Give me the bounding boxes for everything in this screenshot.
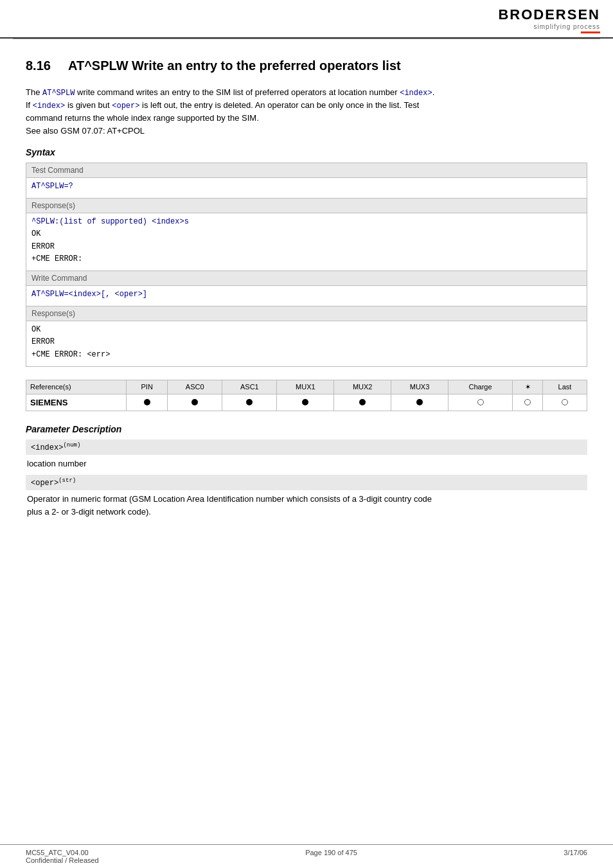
dot-filled-pin — [144, 399, 150, 405]
ref-col-last: Last — [542, 380, 587, 394]
test-command-header-row: Test Command — [26, 163, 587, 178]
footer-date: 3/17/06 — [564, 849, 587, 864]
ref-row-special — [513, 394, 543, 411]
section-number: 8.16 — [26, 58, 51, 73]
ref-row-mux3 — [391, 394, 449, 411]
write-command-label: Write Command — [26, 270, 587, 285]
syntax-heading: Syntax — [26, 147, 587, 157]
ref-row-mux1 — [277, 394, 334, 411]
param-index-box: <index>(num) — [26, 439, 587, 455]
dot-empty-last — [562, 399, 568, 405]
dot-empty-charge — [477, 399, 484, 405]
dot-filled-asc1 — [246, 399, 253, 405]
logo-bar — [581, 31, 600, 33]
test-command-label: Test Command — [26, 163, 587, 178]
param-heading: Parameter Description — [26, 424, 587, 434]
write-command-header-row: Write Command — [26, 270, 587, 285]
test-command-content: AT^SPLW=? — [26, 178, 587, 199]
dot-filled-mux1 — [302, 399, 308, 405]
dot-filled-asc0 — [191, 399, 198, 405]
reference-table: Reference(s) PIN ASC0 ASC1 MUX1 MUX2 MUX… — [26, 380, 587, 411]
footer-left: MC55_ATC_V04.00 Confidential / Released — [26, 849, 99, 864]
write-response-header-row: Response(s) — [26, 306, 587, 321]
test-command-text: AT^SPLW=? — [31, 182, 73, 191]
test-response-row: ^SPLW:(list of supported) <index>s OK ER… — [26, 213, 587, 271]
section-title: AT^SPLW Write an entry to the preferred … — [68, 58, 401, 73]
dot-filled-mux3 — [416, 399, 423, 405]
ref-col-mux3: MUX3 — [391, 380, 449, 394]
inline-code-oper1: <oper> — [112, 102, 139, 111]
intro-paragraph: The AT^SPLW write command writes an entr… — [26, 86, 587, 137]
write-command-text: AT^SPLW=<index>[, <oper>] — [31, 290, 147, 299]
section-heading: 8.16 AT^SPLW Write an entry to the prefe… — [26, 58, 587, 73]
test-response-content: ^SPLW:(list of supported) <index>s OK ER… — [26, 213, 587, 271]
ref-table-header-row: Reference(s) PIN ASC0 ASC1 MUX1 MUX2 MUX… — [26, 380, 587, 394]
ref-col-pin: PIN — [127, 380, 168, 394]
main-content: 8.16 AT^SPLW Write an entry to the prefe… — [0, 39, 613, 549]
write-response-label: Response(s) — [26, 306, 587, 321]
logo-tagline: simplifying process — [534, 23, 600, 30]
logo-text: BRODERSEN — [498, 6, 600, 23]
ref-col-mux1: MUX1 — [277, 380, 334, 394]
param-index-desc: location number — [26, 457, 587, 470]
footer-page: Page 190 of 475 — [305, 849, 357, 856]
test-response-splw: ^SPLW:(list of supported) <index>s — [31, 217, 189, 226]
write-response-row: OK ERROR +CME ERROR: <err> — [26, 321, 587, 367]
ref-col-charge: Charge — [448, 380, 512, 394]
param-oper-desc: Operator in numeric format (GSM Location… — [26, 493, 587, 518]
param-index-name: <index> — [31, 443, 63, 452]
ref-col-asc0: ASC0 — [168, 380, 222, 394]
ref-row-charge — [448, 394, 512, 411]
ref-col-asc1: ASC1 — [222, 380, 277, 394]
write-command-row: AT^SPLW=<index>[, <oper>] — [26, 285, 587, 306]
param-oper-name: <oper> — [31, 479, 58, 488]
test-command-row: AT^SPLW=? — [26, 178, 587, 199]
inline-code-index1: <index> — [400, 89, 432, 98]
inline-code-atsplw: AT^SPLW — [42, 89, 75, 98]
write-response-content: OK ERROR +CME ERROR: <err> — [26, 321, 587, 367]
page-footer: MC55_ATC_V04.00 Confidential / Released … — [0, 844, 613, 868]
dot-filled-mux2 — [359, 399, 366, 405]
ref-row-last — [542, 394, 587, 411]
ref-row-mux2 — [334, 394, 391, 411]
param-index-type: (num) — [63, 442, 80, 448]
test-response-header-row: Response(s) — [26, 199, 587, 213]
ref-col-mux2: MUX2 — [334, 380, 391, 394]
write-command-content: AT^SPLW=<index>[, <oper>] — [26, 285, 587, 306]
dot-empty-special — [524, 399, 531, 405]
ref-row-asc0 — [168, 394, 222, 411]
logo-area: BRODERSEN simplifying process — [498, 6, 600, 33]
inline-code-index2: <index> — [33, 102, 65, 111]
footer-doc-name: MC55_ATC_V04.00 — [26, 849, 99, 856]
param-oper-box: <oper>(str) — [26, 475, 587, 490]
ref-row-name: SIEMENS — [26, 394, 127, 411]
ref-row-pin — [127, 394, 168, 411]
footer-status: Confidential / Released — [26, 856, 99, 864]
test-response-label: Response(s) — [26, 199, 587, 213]
syntax-table: Test Command AT^SPLW=? Response(s) ^SPLW… — [26, 163, 587, 367]
ref-col-special: ✶ — [513, 380, 543, 394]
page-header: BRODERSEN simplifying process — [0, 0, 613, 39]
ref-table-row: SIEMENS — [26, 394, 587, 411]
param-oper-type: (str) — [58, 477, 76, 484]
ref-row-asc1 — [222, 394, 277, 411]
ref-col-references: Reference(s) — [26, 380, 127, 394]
footer-center: Page 190 of 475 — [305, 849, 357, 864]
